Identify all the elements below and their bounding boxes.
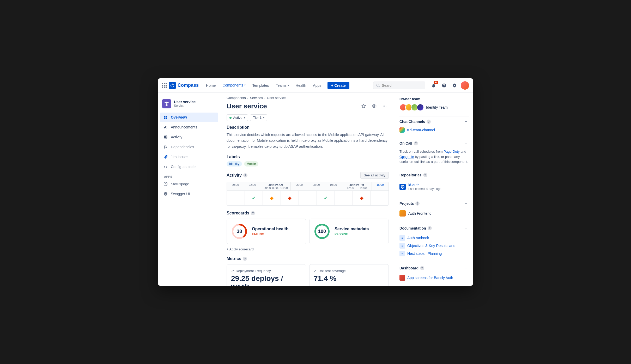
doc-item-1[interactable]: ≡ Auth runbook bbox=[399, 234, 469, 242]
on-call-info-icon[interactable]: ? bbox=[414, 141, 418, 145]
apps-grid-icon[interactable] bbox=[162, 83, 167, 88]
more-options-button[interactable] bbox=[380, 102, 389, 110]
metric-deployment-icon: ↗ bbox=[231, 269, 234, 273]
components-chevron: ▾ bbox=[244, 84, 246, 87]
nav-home[interactable]: Home bbox=[203, 82, 219, 89]
sidebar: User service Service Overview Announceme… bbox=[158, 93, 220, 286]
repo-icon bbox=[399, 184, 406, 190]
chat-channels-title: Chat Channels ? bbox=[399, 120, 431, 124]
sidebar-item-overview[interactable]: Overview bbox=[160, 113, 218, 122]
dashboard-icon-1 bbox=[399, 275, 405, 281]
search-input[interactable] bbox=[382, 83, 422, 88]
label-identity[interactable]: Identity bbox=[227, 161, 242, 166]
timeline-times-pm: 12:0014:00 bbox=[344, 186, 369, 189]
metrics-info-icon[interactable]: ? bbox=[243, 257, 247, 261]
sidebar-item-jira-issues[interactable]: Jira Issues bbox=[160, 152, 218, 162]
metric-coverage-icon: ↗ bbox=[314, 269, 317, 273]
scorecards-grid: 38 Operational health FAILING bbox=[227, 219, 389, 244]
swagger-icon bbox=[163, 191, 168, 196]
scorecards-info-icon[interactable]: ? bbox=[251, 211, 255, 215]
dashboard-item-1[interactable]: App screens for Bancly Auth bbox=[399, 274, 469, 282]
projects-add-button[interactable]: + bbox=[463, 200, 469, 207]
repositories-info-icon[interactable]: ? bbox=[423, 173, 427, 177]
metric-deployment-frequency[interactable]: ↗ Deployment Frequency 29.25 deploys / w… bbox=[227, 264, 306, 286]
nav-teams[interactable]: Teams ▾ bbox=[273, 82, 292, 89]
project-item[interactable]: Auth Frontend bbox=[399, 209, 469, 218]
logo[interactable]: Compass bbox=[169, 82, 199, 89]
repo-item[interactable]: id-auth Last commit 4 days ago bbox=[399, 181, 469, 193]
sidebar-item-statuspage[interactable]: Statuspage bbox=[160, 179, 218, 189]
event-danger-1[interactable]: ◆ bbox=[287, 195, 293, 201]
sidebar-item-dependencies[interactable]: Dependencies bbox=[160, 142, 218, 152]
metric-coverage-label: ↗ Unit test coverage bbox=[314, 269, 384, 273]
svg-marker-1 bbox=[172, 84, 173, 85]
chat-channel-item[interactable]: #id-team-channel bbox=[399, 127, 469, 133]
breadcrumb-services[interactable]: Services bbox=[250, 96, 263, 100]
nav-templates[interactable]: Templates bbox=[249, 82, 272, 89]
event-danger-2[interactable]: ◆ bbox=[359, 195, 365, 201]
see-all-activity-button[interactable]: See all activity bbox=[360, 172, 389, 179]
timeline-time-current: 16:00 bbox=[372, 182, 389, 190]
label-mobile[interactable]: Mobile bbox=[244, 161, 258, 166]
status-badge[interactable]: Active ▾ bbox=[227, 114, 248, 121]
projects-info-icon[interactable]: ? bbox=[415, 201, 420, 206]
breadcrumb-components[interactable]: Components bbox=[227, 96, 246, 100]
sidebar-item-announcements[interactable]: Announcements bbox=[160, 122, 218, 132]
chat-channels-info-icon[interactable]: ? bbox=[427, 120, 431, 124]
doc-item-3[interactable]: ≡ Next steps : Planning bbox=[399, 250, 469, 257]
settings-button[interactable] bbox=[450, 81, 459, 90]
nav-components[interactable]: Components ▾ bbox=[219, 82, 248, 89]
scorecard-operational-health[interactable]: 38 Operational health FAILING bbox=[227, 219, 306, 244]
watch-button[interactable] bbox=[370, 102, 378, 110]
nav-apps[interactable]: Apps bbox=[310, 82, 324, 89]
doc-icon-2: ≡ bbox=[399, 243, 405, 249]
timeline-cell-9 bbox=[371, 191, 389, 205]
metric-test-coverage[interactable]: ↗ Unit test coverage 71.4 % bbox=[309, 264, 389, 286]
breadcrumb: Components / Services / User service bbox=[220, 93, 395, 100]
on-call-section: On Call ? + Track on-call schedules from… bbox=[399, 140, 469, 164]
dashboard-info-icon[interactable]: ? bbox=[420, 266, 424, 270]
notification-badge: 9+ bbox=[434, 81, 438, 84]
owner-avatar-4 bbox=[417, 104, 424, 111]
teams-chevron: ▾ bbox=[288, 84, 289, 87]
operational-health-circle: 38 bbox=[231, 223, 248, 240]
notifications-button[interactable]: 9+ bbox=[429, 81, 438, 90]
event-success-1[interactable]: ✔ bbox=[251, 195, 257, 201]
metrics-section: Metrics ? ↗ Deployment Frequency 29.25 d… bbox=[220, 256, 395, 286]
scorecards-section: Scorecards ? 38 Ope bbox=[220, 211, 395, 256]
sidebar-item-activity[interactable]: Activity bbox=[160, 132, 218, 142]
scorecard-service-metadata[interactable]: 100 Service metadata PASSING bbox=[309, 219, 389, 244]
activity-info-icon[interactable]: ? bbox=[243, 173, 247, 177]
event-success-2[interactable]: ✔ bbox=[323, 195, 329, 201]
apply-scorecard-button[interactable]: + Apply scorecard bbox=[227, 247, 389, 251]
repo-details: id-auth Last commit 4 days ago bbox=[408, 183, 441, 191]
on-call-add-button[interactable]: + bbox=[463, 140, 469, 146]
sidebar-item-swagger[interactable]: Swagger UI bbox=[160, 189, 218, 199]
dashboard-add-button[interactable]: + bbox=[463, 265, 469, 271]
dashboard-header: Dashboard ? + bbox=[399, 265, 469, 271]
doc-item-2[interactable]: ≡ Objectives & Key Results and bbox=[399, 242, 469, 250]
timeline-cell-2: ✔ bbox=[245, 191, 263, 205]
star-button[interactable] bbox=[360, 102, 368, 110]
activity-title: Activity ? bbox=[227, 173, 247, 178]
divider-2 bbox=[399, 138, 469, 138]
documentation-add-button[interactable]: + bbox=[463, 225, 469, 231]
doc-icon-1: ≡ bbox=[399, 235, 405, 241]
project-icon bbox=[399, 210, 406, 217]
timeline-cell-4: ◆ bbox=[281, 191, 299, 205]
create-button[interactable]: + Create bbox=[327, 82, 349, 89]
help-button[interactable] bbox=[440, 81, 448, 90]
event-warning-1[interactable]: ◆ bbox=[269, 195, 275, 201]
scorecard-operational-info: Operational health FAILING bbox=[252, 227, 302, 236]
chat-channels-add-button[interactable]: + bbox=[463, 119, 469, 125]
pagerduty-link[interactable]: PagerDuty bbox=[444, 150, 459, 153]
repositories-add-button[interactable]: + bbox=[463, 172, 469, 178]
user-avatar[interactable] bbox=[461, 81, 469, 90]
tier-badge[interactable]: Tier 1 ▾ bbox=[250, 114, 267, 121]
sidebar-header: User service Service bbox=[158, 97, 220, 113]
opsgenie-link[interactable]: Opsgenie bbox=[399, 155, 414, 159]
search-bar[interactable] bbox=[373, 82, 425, 89]
documentation-info-icon[interactable]: ? bbox=[428, 226, 432, 230]
sidebar-item-config[interactable]: Config-as-code bbox=[160, 162, 218, 171]
nav-health[interactable]: Health bbox=[293, 82, 309, 89]
